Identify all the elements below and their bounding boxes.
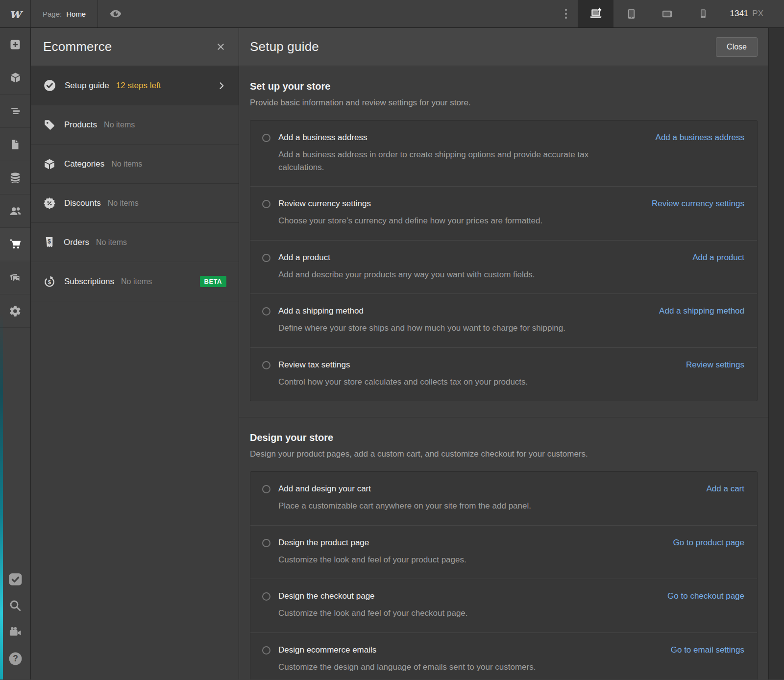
section-set-up-your-store: Set up your store Provide basic informat… xyxy=(239,66,768,417)
task-action-link[interactable]: Go to checkout page xyxy=(667,591,744,601)
section-subheading: Provide basic information and review set… xyxy=(250,98,758,108)
cms-collections-button[interactable] xyxy=(0,161,30,194)
canvas-width-unit: PX xyxy=(752,9,763,19)
products-count: No items xyxy=(104,121,135,129)
svg-text:$: $ xyxy=(48,238,51,245)
check-square-icon xyxy=(7,572,24,587)
video-tutorials-button[interactable] xyxy=(0,619,30,645)
task-title: Review tax settings xyxy=(278,360,676,370)
task-card: Add a business address Add a business ad… xyxy=(250,120,758,401)
task-action-link[interactable]: Add a product xyxy=(692,253,744,263)
task-checkbox[interactable] xyxy=(262,254,270,262)
sidebar-item-setup-guide[interactable]: Setup guide 12 steps left xyxy=(31,66,239,105)
topbar-spacer xyxy=(133,0,554,27)
left-toolbar: ? xyxy=(0,28,31,680)
task-checkbox[interactable] xyxy=(262,592,270,601)
preview-button[interactable] xyxy=(98,0,133,27)
task-body: Add a shipping method Define where your … xyxy=(278,306,649,335)
task-body: Add a business address Add a business ad… xyxy=(278,133,646,173)
task-checkbox[interactable] xyxy=(262,646,270,655)
beta-badge: BETA xyxy=(200,276,226,287)
sidebar-item-discounts[interactable]: Discounts No items xyxy=(31,184,239,223)
section-heading: Design your store xyxy=(250,432,758,443)
breakpoint-phone-button[interactable] xyxy=(685,0,721,27)
task-title: Add and design your cart xyxy=(278,484,697,494)
toolbar-bottom-pad xyxy=(0,672,30,680)
webflow-logo[interactable]: w xyxy=(0,0,31,27)
question-mark-icon: ? xyxy=(8,651,23,666)
breakpoint-tablet-button[interactable] xyxy=(613,0,649,27)
settings-button[interactable] xyxy=(0,294,30,328)
assets-button[interactable] xyxy=(0,261,30,294)
task-action-link[interactable]: Add a business address xyxy=(656,133,744,143)
cube-icon xyxy=(9,72,22,84)
search-button[interactable] xyxy=(0,592,30,619)
task-title: Design the product page xyxy=(278,538,663,548)
task-row-add-product: Add a product Add and describe your prod… xyxy=(250,241,757,294)
task-checkbox[interactable] xyxy=(262,200,270,208)
users-icon xyxy=(9,204,22,218)
task-action-link[interactable]: Review settings xyxy=(686,360,744,370)
add-elements-button[interactable] xyxy=(0,28,30,61)
task-checkbox[interactable] xyxy=(262,134,270,142)
search-icon xyxy=(8,599,22,612)
page-icon xyxy=(9,139,21,150)
section-design-your-store: Design your store Design your product pa… xyxy=(239,417,768,680)
task-action-link[interactable]: Go to email settings xyxy=(671,645,744,655)
sidebar-item-categories[interactable]: Categories No items xyxy=(31,145,239,184)
task-row-shipping-method: Add a shipping method Define where your … xyxy=(250,294,757,348)
task-action-link[interactable]: Go to product page xyxy=(673,538,744,548)
task-checkbox[interactable] xyxy=(262,485,270,493)
chevron-right-icon xyxy=(217,81,226,91)
toolbar-spacer xyxy=(0,328,30,566)
task-action-link[interactable]: Review currency settings xyxy=(652,199,744,209)
page-selector[interactable]: Page: Home xyxy=(31,0,98,27)
canvas-width-value: 1341 xyxy=(730,9,748,19)
task-row-product-page: Design the product page Customize the lo… xyxy=(250,526,757,580)
task-checkbox[interactable] xyxy=(262,361,270,369)
task-checkbox[interactable] xyxy=(262,307,270,316)
task-checkbox[interactable] xyxy=(262,539,270,547)
task-body: Design the product page Customize the lo… xyxy=(278,538,663,566)
ecommerce-panel: Ecommerce Setup guide 12 steps left Prod… xyxy=(31,28,239,680)
task-body: Add and design your cart Place a customi… xyxy=(278,484,697,512)
kebab-menu-icon xyxy=(561,7,571,20)
sidebar-item-subscriptions[interactable]: $ Subscriptions No items BETA xyxy=(31,262,239,301)
task-title: Add a shipping method xyxy=(278,306,649,316)
svg-text:$: $ xyxy=(48,279,51,285)
setup-guide-content: Set up your store Provide basic informat… xyxy=(239,66,768,680)
task-body: Review currency settings Choose your sto… xyxy=(278,199,642,227)
page-value: Home xyxy=(66,10,86,18)
more-options-button[interactable] xyxy=(554,0,578,27)
task-row-currency-settings: Review currency settings Choose your sto… xyxy=(250,187,757,241)
help-button[interactable]: ? xyxy=(0,645,30,672)
users-button[interactable] xyxy=(0,194,30,228)
task-description: Customize the look and feel of your prod… xyxy=(278,554,616,566)
task-action-link[interactable]: Add a shipping method xyxy=(659,306,744,316)
task-title: Add a business address xyxy=(278,133,646,143)
sidebar-item-orders[interactable]: $ Orders No items xyxy=(31,223,239,262)
close-button[interactable]: Close xyxy=(716,37,758,57)
ecommerce-button[interactable] xyxy=(0,228,30,261)
breakpoint-desktop-button[interactable] xyxy=(578,0,613,27)
close-panel-button[interactable] xyxy=(215,41,226,52)
sidebar-item-products[interactable]: Products No items xyxy=(31,105,239,145)
box-icon xyxy=(43,158,56,170)
task-title: Add a product xyxy=(278,253,683,263)
task-action-link[interactable]: Add a cart xyxy=(707,484,745,494)
task-row-business-address: Add a business address Add a business ad… xyxy=(250,121,757,187)
tablet-landscape-icon xyxy=(661,7,674,21)
breakpoint-tablet-landscape-button[interactable] xyxy=(649,0,685,27)
pages-button[interactable] xyxy=(0,128,30,161)
task-description: Add and describe your products any way y… xyxy=(278,268,616,281)
task-title: Design ecommerce emails xyxy=(278,645,661,655)
products-label: Products xyxy=(64,120,97,130)
page-label: Page: xyxy=(43,10,62,18)
ecommerce-panel-header: Ecommerce xyxy=(31,28,239,66)
checklist-button[interactable] xyxy=(0,566,30,592)
discount-seal-icon xyxy=(43,197,56,210)
navigator-button[interactable] xyxy=(0,95,30,128)
task-description: Customize the design and language of ema… xyxy=(278,661,616,674)
symbols-button[interactable] xyxy=(0,61,30,95)
section-heading: Set up your store xyxy=(250,81,758,92)
